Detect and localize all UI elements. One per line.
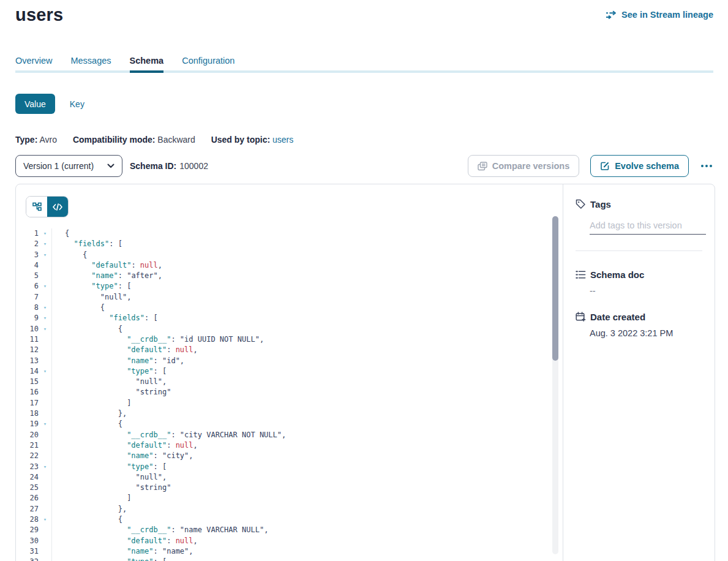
code-text: "null",: [52, 472, 167, 483]
fold-arrow-icon[interactable]: ▾: [39, 228, 52, 239]
code-text: ]: [52, 493, 131, 503]
fold-arrow-icon[interactable]: ▾: [39, 462, 52, 472]
fold-arrow-icon[interactable]: ▾: [39, 557, 52, 561]
code-text: "fields": [: [52, 239, 122, 249]
code-view-button[interactable]: [47, 197, 68, 217]
code-line: 7"null",: [16, 292, 563, 303]
line-number: 6: [16, 281, 39, 292]
key-tab-button[interactable]: Key: [70, 99, 84, 109]
fold-arrow-icon[interactable]: ▾: [39, 281, 52, 292]
stream-lineage-link[interactable]: See in Stream lineage: [606, 10, 713, 20]
code-line: 1▾{: [16, 228, 563, 239]
fold-arrow-icon[interactable]: ▾: [39, 419, 52, 429]
date-created-heading: Date created: [576, 312, 702, 322]
code-line: 24"null",: [16, 472, 563, 483]
line-number: 8: [16, 303, 39, 313]
fold-placeholder: [39, 472, 52, 483]
line-number: 31: [16, 546, 39, 557]
code-text: {: [52, 324, 122, 334]
date-created-value: Aug. 3 2022 3:21 PM: [590, 328, 702, 338]
fold-placeholder: [39, 356, 52, 366]
code-text: "string": [52, 387, 171, 397]
code-text: "default": null,: [52, 440, 198, 451]
code-text: "default": null,: [52, 536, 198, 546]
code-line: 13"name": "id",: [16, 356, 563, 366]
line-number: 22: [16, 451, 39, 461]
code-lines: 1▾{2▾"fields": [3▾{4"default": null,5"na…: [16, 228, 563, 561]
line-number: 5: [16, 271, 39, 281]
fold-arrow-icon[interactable]: ▾: [39, 239, 52, 249]
code-text: {: [52, 228, 69, 239]
code-text: "name": "id",: [52, 356, 184, 366]
code-text: "default": null,: [52, 260, 162, 271]
version-actions: Compare versions Evolve schema: [468, 155, 713, 177]
schema-doc-section: Schema doc --: [576, 269, 702, 296]
line-number: 4: [16, 260, 39, 271]
editor-scrollbar-thumb[interactable]: [552, 216, 558, 361]
fold-arrow-icon[interactable]: ▾: [39, 313, 52, 323]
line-number: 14: [16, 366, 39, 377]
fold-arrow-icon[interactable]: ▾: [39, 366, 52, 377]
code-line: 6▾"type": [: [16, 281, 563, 292]
tab-underline-track: [15, 70, 713, 73]
line-number: 1: [16, 228, 39, 239]
line-number: 23: [16, 462, 39, 472]
editor-view-toggle: [26, 196, 69, 217]
schema-doc-heading: Schema doc: [576, 269, 702, 280]
code-text: "null",: [52, 292, 131, 303]
code-editor: 1▾{2▾"fields": [3▾{4"default": null,5"na…: [16, 184, 563, 561]
fold-placeholder: [39, 536, 52, 546]
fold-placeholder: [39, 525, 52, 535]
code-line: 17]: [16, 398, 563, 409]
line-number: 20: [16, 430, 39, 440]
line-number: 21: [16, 440, 39, 451]
page-title: users: [15, 5, 63, 25]
code-text: {: [52, 303, 105, 313]
fold-placeholder: [39, 398, 52, 409]
fold-arrow-icon[interactable]: ▾: [39, 250, 52, 260]
code-line: 28▾{: [16, 514, 563, 525]
tab-schema[interactable]: Schema: [130, 56, 164, 73]
fold-placeholder: [39, 292, 52, 303]
fold-arrow-icon[interactable]: ▾: [39, 303, 52, 313]
code-line: 16"string": [16, 387, 563, 397]
code-text: {: [52, 250, 87, 260]
version-select[interactable]: Version 1 (current): [15, 155, 122, 177]
code-line: 32▾"type": [: [16, 557, 563, 561]
topic-link[interactable]: users: [272, 135, 293, 145]
fold-placeholder: [39, 377, 52, 387]
tag-icon: [576, 199, 586, 209]
code-text: "null",: [52, 377, 167, 387]
fold-placeholder: [39, 440, 52, 451]
code-text: "__crdb__": "name VARCHAR NULL",: [52, 525, 268, 535]
code-text: ]: [52, 398, 131, 409]
line-number: 18: [16, 409, 39, 419]
code-line: 21"default": null,: [16, 440, 563, 451]
add-tags-input[interactable]: [590, 219, 706, 235]
stream-lineage-icon: [606, 10, 617, 20]
code-line: 12"default": null,: [16, 345, 563, 355]
tags-section: Tags: [576, 199, 702, 251]
code-line: 15"null",: [16, 377, 563, 387]
more-options-button[interactable]: [700, 161, 713, 171]
code-line: 27},: [16, 504, 563, 514]
code-text: "__crdb__": "city VARCHAR NOT NULL",: [52, 430, 286, 440]
code-line: 11"__crdb__": "id UUID NOT NULL",: [16, 334, 563, 345]
fold-arrow-icon[interactable]: ▾: [39, 324, 52, 334]
line-number: 30: [16, 536, 39, 546]
details-sidebar: Tags Schema doc -- Date: [563, 184, 715, 561]
evolve-schema-icon: [600, 161, 610, 171]
code-text: "type": [: [52, 366, 167, 377]
evolve-schema-button[interactable]: Evolve schema: [590, 155, 689, 177]
fold-placeholder: [39, 334, 52, 345]
code-text: },: [52, 409, 127, 419]
code-line: 4"default": null,: [16, 260, 563, 271]
value-tab-button[interactable]: Value: [15, 94, 55, 114]
fold-placeholder: [39, 345, 52, 355]
tree-view-button[interactable]: [26, 197, 47, 217]
compare-versions-button[interactable]: Compare versions: [468, 155, 580, 177]
line-number: 24: [16, 472, 39, 483]
fold-arrow-icon[interactable]: ▾: [39, 514, 52, 525]
code-text: "name": "city",: [52, 451, 193, 461]
code-text: "string": [52, 483, 171, 493]
